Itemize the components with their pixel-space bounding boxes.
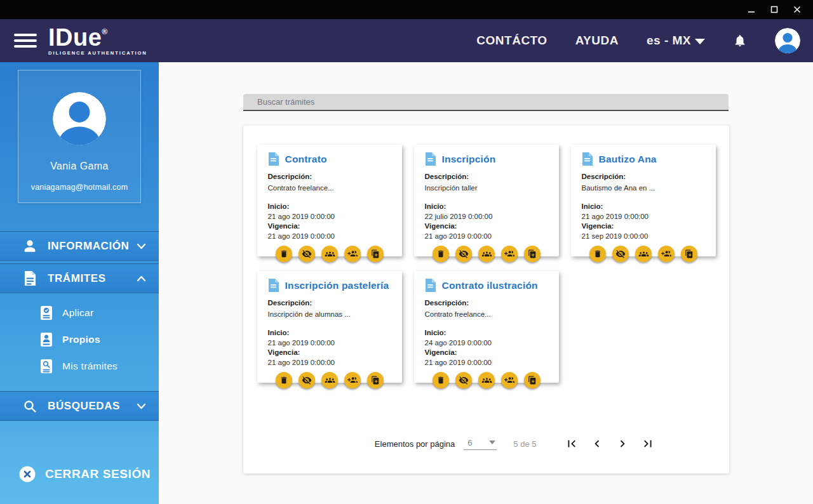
document-icon	[22, 270, 38, 286]
groups-icon	[481, 375, 492, 386]
app-header: IDue® DILIGENCE AUTHENTICATION CONTÁCTO …	[0, 19, 813, 62]
sidebar-item-label: Mis trámites	[62, 361, 118, 372]
card-validity: 21 ago 2019 0:00:00	[425, 232, 549, 240]
last-page-button[interactable]	[641, 437, 655, 451]
chevron-down-icon	[489, 441, 495, 444]
groups-button[interactable]	[635, 246, 652, 262]
delete-button[interactable]	[589, 246, 606, 262]
close-button[interactable]	[788, 2, 807, 17]
sidebar-item-label: Aplicar	[62, 307, 93, 319]
window-titlebar	[0, 0, 813, 19]
visibility-off-button[interactable]	[455, 372, 472, 388]
card-description: Contrato freelance...	[425, 310, 549, 318]
eye-off-icon	[459, 249, 469, 259]
card-description-label: Descripción:	[268, 173, 392, 180]
copy-button[interactable]	[367, 372, 384, 388]
contact-link[interactable]: CONTÁCTO	[476, 34, 547, 48]
document-icon	[268, 279, 279, 292]
groups-icon	[325, 375, 335, 386]
card-start: 24 ago 2019 0:00:00	[425, 339, 549, 347]
logo-subtitle: DILIGENCE AUTHENTICATION	[48, 51, 147, 56]
card-description: Inscripción taller	[425, 184, 549, 192]
card-start-label: Inicio:	[268, 202, 392, 210]
search-input[interactable]	[243, 94, 729, 111]
document-icon	[582, 152, 593, 166]
eye-off-icon	[615, 249, 626, 259]
sidebar: Vania Gama vaniagamag@hotmail.com INFORM…	[0, 62, 159, 504]
delete-button[interactable]	[433, 246, 449, 262]
sidebar-item-tramites[interactable]: TRÁMITES	[0, 263, 159, 293]
page-range-label: 5 de 5	[513, 439, 536, 449]
groups-button[interactable]	[478, 372, 495, 388]
trash-icon	[279, 376, 288, 385]
card-validity-label: Vigencia:	[425, 348, 549, 356]
groups-button[interactable]	[478, 246, 495, 262]
sidebar-section-label: INFORMACIÓN	[48, 240, 129, 253]
visibility-off-button[interactable]	[299, 372, 315, 388]
card-validity: 21 ago 2019 0:00:00	[425, 359, 549, 366]
copy-button[interactable]	[524, 246, 541, 262]
person-add-button[interactable]	[344, 372, 361, 388]
card-description: Contrato freelance...	[268, 184, 392, 192]
items-per-page-value: 6	[467, 438, 472, 448]
card-title[interactable]: Contrato	[285, 154, 327, 165]
groups-button[interactable]	[321, 372, 338, 388]
person-add-button[interactable]	[658, 246, 675, 262]
results-panel: Contrato Descripción: Contrato freelance…	[243, 126, 729, 474]
maximize-button[interactable]	[765, 2, 784, 17]
help-link[interactable]: AYUDA	[575, 34, 619, 48]
groups-button[interactable]	[321, 246, 338, 262]
card-validity: 21 ago 2019 0:00:00	[268, 232, 392, 240]
sidebar-item-mis-tramites[interactable]: Mis trámites	[0, 353, 159, 380]
card-start-label: Inicio:	[425, 202, 549, 210]
previous-page-button[interactable]	[590, 437, 604, 451]
menu-button[interactable]	[14, 34, 37, 48]
card-description-label: Descripción:	[425, 173, 549, 180]
copy-icon	[685, 249, 694, 258]
delete-button[interactable]	[276, 246, 292, 262]
logout-label: CERRAR SESIÓN	[45, 467, 151, 481]
copy-button[interactable]	[681, 246, 697, 262]
chevron-up-icon	[137, 275, 146, 282]
logout-button[interactable]: CERRAR SESIÓN	[19, 466, 151, 482]
groups-icon	[325, 249, 335, 260]
tramites-submenu: Aplicar Propios Mis trámites	[0, 293, 159, 387]
card-start-label: Inicio:	[425, 329, 549, 336]
visibility-off-button[interactable]	[612, 246, 629, 262]
card-title[interactable]: Inscripción pastelería	[285, 280, 389, 291]
copy-icon	[528, 376, 537, 385]
sidebar-item-aplicar[interactable]: Aplicar	[0, 300, 159, 326]
main-content: Contrato Descripción: Contrato freelance…	[159, 62, 813, 504]
notifications-button[interactable]	[733, 33, 747, 48]
first-page-button[interactable]	[565, 437, 579, 451]
sidebar-item-busquedas[interactable]: BÚSQUEDAS	[0, 391, 159, 421]
document-icon	[425, 152, 436, 166]
visibility-off-button[interactable]	[299, 246, 315, 262]
avatar[interactable]	[775, 28, 800, 53]
tramite-card: Contrato ilustración Descripción: Contra…	[414, 271, 559, 383]
copy-button[interactable]	[367, 246, 384, 262]
next-page-button[interactable]	[615, 437, 629, 451]
card-title[interactable]: Contrato ilustración	[442, 280, 538, 291]
last-page-icon	[641, 437, 655, 451]
profile-avatar	[53, 92, 106, 145]
items-per-page-select[interactable]: 6	[464, 438, 497, 450]
sidebar-item-informacion[interactable]: INFORMACIÓN	[0, 231, 159, 261]
copy-icon	[371, 376, 380, 385]
form-search-icon	[39, 359, 53, 374]
language-selector[interactable]: es - MX	[647, 34, 705, 48]
sidebar-item-propios[interactable]: Propios	[0, 326, 159, 353]
card-start: 22 julio 2019 0:00:00	[425, 213, 549, 220]
person-add-button[interactable]	[501, 372, 518, 388]
card-description-label: Descripción:	[582, 173, 706, 180]
card-title[interactable]: Bautizo Ana	[599, 154, 657, 165]
person-add-button[interactable]	[501, 246, 518, 262]
card-description: Inscripción de alumnas ...	[268, 310, 392, 318]
card-title[interactable]: Inscripción	[442, 154, 496, 165]
visibility-off-button[interactable]	[455, 246, 472, 262]
delete-button[interactable]	[276, 372, 292, 388]
delete-button[interactable]	[433, 372, 449, 388]
copy-button[interactable]	[524, 372, 541, 388]
minimize-button[interactable]	[742, 2, 761, 17]
person-add-button[interactable]	[344, 246, 361, 262]
